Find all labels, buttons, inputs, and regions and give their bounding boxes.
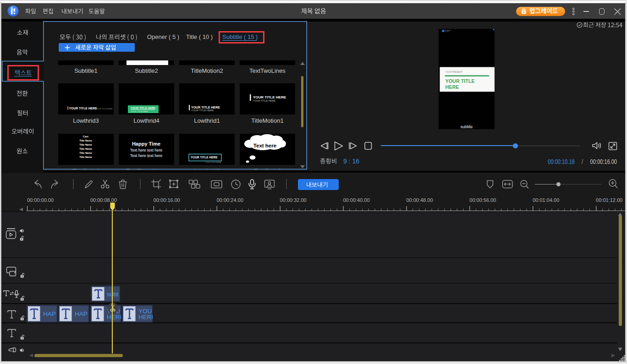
svg-text:YOUR TITLE HERE: YOUR TITLE HERE <box>253 95 286 99</box>
svg-text:Title Name: Title Name <box>79 152 92 154</box>
svg-text:Title Name: Title Name <box>79 143 92 146</box>
svg-text:Cast: Cast <box>83 135 88 138</box>
svg-text:YOUR TITLE HERE: YOUR TITLE HERE <box>253 99 275 102</box>
svg-text:Text here text here: Text here text here <box>130 148 163 152</box>
svg-text:HERI: HERI <box>107 314 121 321</box>
svg-text:YOUR TITLE HERE: YOUR TITLE HERE <box>69 107 98 110</box>
svg-text:YOUR TITLE HERE: YOUR TITLE HERE <box>191 156 218 159</box>
svg-text:YOUR TITLE HERE: YOUR TITLE HERE <box>191 109 214 112</box>
svg-text:YOUR TITLE HERE: YOUR TITLE HERE <box>131 110 148 113</box>
svg-text:Text here: Text here <box>253 143 276 148</box>
svg-text:Happy Time: Happy Time <box>132 141 160 147</box>
svg-text:Title Name: Title Name <box>79 156 92 158</box>
svg-text:HERI: HERI <box>138 314 153 321</box>
svg-text:YOUR TITLE HERE: YOUR TITLE HERE <box>205 161 221 163</box>
svg-text:sublitle: sublitle <box>461 125 473 129</box>
svg-text:HAP: HAP <box>43 310 56 317</box>
svg-text:YOUR TITLE HERE: YOUR TITLE HERE <box>191 106 220 109</box>
svg-text:Title Name: Title Name <box>79 147 92 150</box>
svg-text:Text here text here: Text here text here <box>130 153 163 158</box>
svg-text:YOUR TITLE HERE: YOUR TITLE HERE <box>96 108 113 110</box>
svg-text:YOUR TITLE: YOUR TITLE <box>446 78 475 84</box>
svg-text:YOUR TITLE HERE: YOUR TITLE HERE <box>131 107 155 109</box>
svg-text:HAP: HAP <box>75 310 88 317</box>
svg-text:HERE: HERE <box>446 84 459 90</box>
svg-text:YOUR PRESENT: YOUR PRESENT <box>446 71 463 73</box>
svg-text:Title Name: Title Name <box>79 139 92 142</box>
